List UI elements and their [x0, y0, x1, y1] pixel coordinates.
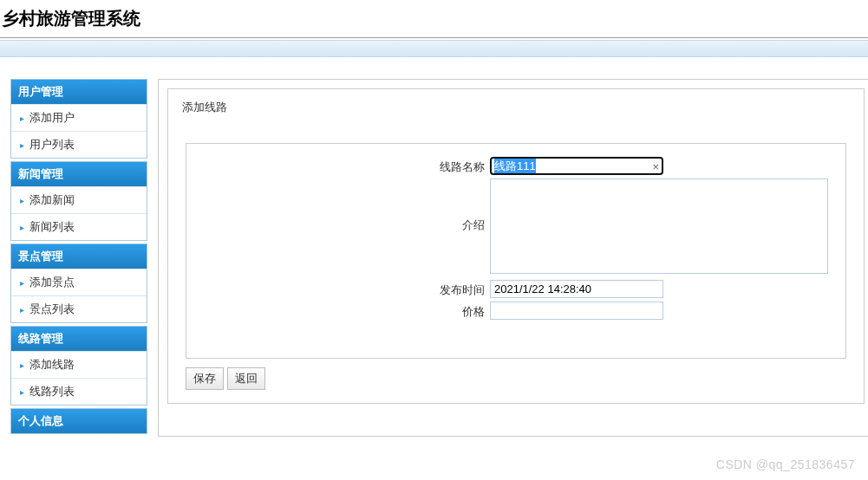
intro-wrap [490, 178, 828, 276]
menu-header-routes: 线路管理 [11, 327, 147, 351]
chevron-right-icon: ▸ [20, 387, 24, 397]
chevron-right-icon: ▸ [20, 114, 24, 123]
sidebar-item-label: 用户列表 [29, 137, 75, 152]
main-panel: 添加线路 线路名称 × 介绍 发布时间 [158, 79, 868, 437]
row-publish-time: 发布时间 [204, 280, 828, 298]
form-body: 线路名称 × 介绍 发布时间 [186, 143, 846, 359]
menu-section-routes: 线路管理 ▸ 添加线路 ▸ 线路列表 [10, 326, 147, 405]
back-button[interactable]: 返回 [227, 367, 265, 390]
form-wrap: 添加线路 线路名称 × 介绍 发布时间 [167, 88, 865, 404]
chevron-right-icon: ▸ [20, 305, 24, 315]
route-name-input[interactable] [490, 157, 663, 175]
sidebar: 用户管理 ▸ 添加用户 ▸ 用户列表 新闻管理 ▸ 添加新闻 ▸ 新闻列表 景点… [10, 79, 147, 437]
price-wrap [490, 302, 663, 320]
label-intro: 介绍 [204, 178, 490, 233]
label-publish-time: 发布时间 [204, 280, 490, 298]
clear-icon[interactable]: × [652, 159, 659, 172]
sidebar-item-news-list[interactable]: ▸ 新闻列表 [11, 213, 147, 240]
label-route-name: 线路名称 [204, 157, 490, 175]
sidebar-item-add-user[interactable]: ▸ 添加用户 [11, 104, 147, 131]
panel-title: 添加线路 [168, 89, 864, 126]
publish-time-wrap [490, 280, 663, 298]
menu-header-users: 用户管理 [11, 80, 147, 104]
row-route-name: 线路名称 × [204, 157, 828, 175]
publish-time-input[interactable] [490, 280, 663, 298]
route-name-wrap: × [490, 157, 663, 175]
label-price: 价格 [204, 302, 490, 320]
save-button[interactable]: 保存 [186, 367, 224, 390]
sidebar-item-add-news[interactable]: ▸ 添加新闻 [11, 186, 147, 213]
sidebar-item-label: 新闻列表 [29, 219, 75, 235]
chevron-right-icon: ▸ [20, 140, 24, 150]
chevron-right-icon: ▸ [20, 196, 24, 205]
chevron-right-icon: ▸ [20, 278, 24, 288]
sidebar-item-add-route[interactable]: ▸ 添加线路 [11, 351, 147, 378]
sidebar-item-user-list[interactable]: ▸ 用户列表 [11, 131, 147, 158]
menu-header-profile[interactable]: 个人信息 [11, 409, 147, 433]
intro-textarea[interactable] [490, 178, 828, 274]
menu-section-profile: 个人信息 [10, 408, 147, 434]
sidebar-item-label: 景点列表 [29, 302, 75, 317]
menu-section-news: 新闻管理 ▸ 添加新闻 ▸ 新闻列表 [10, 161, 147, 241]
main-container: 用户管理 ▸ 添加用户 ▸ 用户列表 新闻管理 ▸ 添加新闻 ▸ 新闻列表 景点… [0, 79, 868, 437]
sidebar-item-spot-list[interactable]: ▸ 景点列表 [11, 295, 147, 322]
row-intro: 介绍 [204, 178, 828, 276]
sidebar-item-add-spot[interactable]: ▸ 添加景点 [11, 269, 147, 295]
header-divider [0, 40, 868, 57]
sidebar-item-label: 添加线路 [29, 357, 75, 373]
sidebar-item-label: 添加景点 [29, 275, 75, 290]
form-actions: 保存 返回 [186, 367, 846, 390]
menu-section-spots: 景点管理 ▸ 添加景点 ▸ 景点列表 [10, 243, 147, 323]
app-header: 乡村旅游管理系统 [0, 0, 868, 38]
menu-section-users: 用户管理 ▸ 添加用户 ▸ 用户列表 [10, 79, 147, 159]
sidebar-item-label: 添加用户 [29, 110, 75, 126]
sidebar-item-label: 线路列表 [29, 384, 75, 399]
chevron-right-icon: ▸ [20, 360, 24, 370]
chevron-right-icon: ▸ [20, 223, 24, 232]
sidebar-item-label: 添加新闻 [29, 192, 75, 208]
menu-header-news: 新闻管理 [11, 162, 147, 186]
price-input[interactable] [490, 302, 663, 320]
app-title: 乡村旅游管理系统 [0, 7, 868, 30]
menu-header-spots: 景点管理 [11, 244, 147, 269]
row-price: 价格 [204, 302, 828, 320]
sidebar-item-route-list[interactable]: ▸ 线路列表 [11, 378, 147, 405]
